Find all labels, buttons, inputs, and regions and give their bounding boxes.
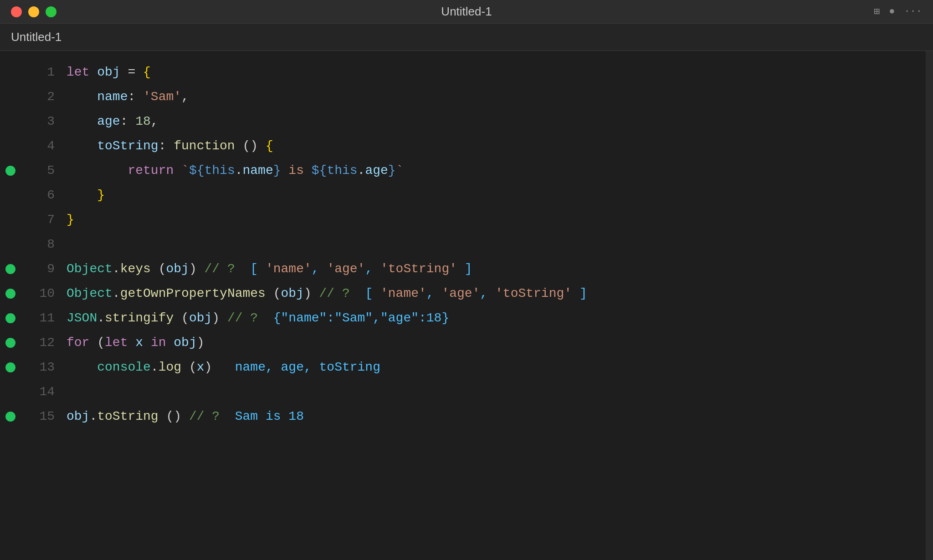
- line-num-7: 7: [21, 208, 55, 232]
- line-num-2: 2: [21, 85, 55, 109]
- code-line-5: return `${this.name} is ${this.age}`: [67, 158, 926, 183]
- line-num-14: 14: [21, 380, 55, 404]
- line-num-1: 1: [21, 60, 55, 85]
- line-num-9: 9: [21, 257, 55, 281]
- bp-5[interactable]: [0, 158, 21, 183]
- line-num-5: 5: [21, 158, 55, 183]
- code-line-12: for (let x in obj): [67, 331, 926, 355]
- bp-1: [0, 60, 21, 85]
- code-line-4: toString: function () {: [67, 134, 926, 158]
- close-button[interactable]: [11, 6, 22, 17]
- code-line-1: let obj = {: [67, 60, 926, 85]
- bp-11[interactable]: [0, 306, 21, 331]
- code-line-2: name: 'Sam',: [67, 85, 926, 109]
- traffic-lights: [11, 6, 56, 17]
- code-line-11: JSON.stringify (obj) // ? {"name":"Sam",…: [67, 306, 926, 331]
- bp-2: [0, 85, 21, 109]
- line-num-8: 8: [21, 232, 55, 257]
- bp-12[interactable]: [0, 331, 21, 355]
- bp-3: [0, 109, 21, 134]
- tab-label[interactable]: Untitled-1: [11, 30, 62, 44]
- line-num-10: 10: [21, 281, 55, 306]
- bp-6: [0, 183, 21, 208]
- code-line-9: Object.keys (obj) // ? [ 'name', 'age', …: [67, 257, 926, 281]
- code-line-10: Object.getOwnPropertyNames (obj) // ? [ …: [67, 281, 926, 306]
- dot-icon: ●: [889, 6, 895, 17]
- title-actions: ⊞ ● ···: [874, 5, 922, 18]
- bp-7: [0, 208, 21, 232]
- editor-header: Untitled-1: [0, 24, 933, 51]
- maximize-button[interactable]: [46, 6, 56, 17]
- bp-10[interactable]: [0, 281, 21, 306]
- line-numbers: 1 2 3 4 5 6 7 8 9 10 11 12 13 14 15: [21, 51, 62, 560]
- code-line-15: obj.toString () // ? Sam is 18: [67, 404, 926, 429]
- line-num-15: 15: [21, 404, 55, 429]
- code-line-13: console.log (x) name, age, toString: [67, 355, 926, 380]
- bp-4: [0, 134, 21, 158]
- bp-13[interactable]: [0, 355, 21, 380]
- title-bar: Untitled-1 ⊞ ● ···: [0, 0, 933, 24]
- editor-body: 1 2 3 4 5 6 7 8 9 10 11 12 13 14 15 let …: [0, 51, 933, 560]
- line-num-11: 11: [21, 306, 55, 331]
- minimize-button[interactable]: [28, 6, 39, 17]
- scrollbar[interactable]: [926, 51, 933, 560]
- code-line-14: [67, 380, 926, 404]
- bp-14: [0, 380, 21, 404]
- split-editor-icon[interactable]: ⊞: [874, 5, 880, 18]
- code-area[interactable]: let obj = { name: 'Sam', age: 18, toStri…: [62, 51, 926, 560]
- code-line-7: }: [67, 208, 926, 232]
- bp-9[interactable]: [0, 257, 21, 281]
- line-num-3: 3: [21, 109, 55, 134]
- bp-15[interactable]: [0, 404, 21, 429]
- bp-8: [0, 232, 21, 257]
- window-title: Untitled-1: [441, 5, 492, 19]
- line-num-13: 13: [21, 355, 55, 380]
- more-icon[interactable]: ···: [904, 6, 922, 17]
- code-line-3: age: 18,: [67, 109, 926, 134]
- line-num-4: 4: [21, 134, 55, 158]
- line-num-6: 6: [21, 183, 55, 208]
- code-line-6: }: [67, 183, 926, 208]
- line-num-12: 12: [21, 331, 55, 355]
- code-line-8: [67, 232, 926, 257]
- breakpoint-column: [0, 51, 21, 560]
